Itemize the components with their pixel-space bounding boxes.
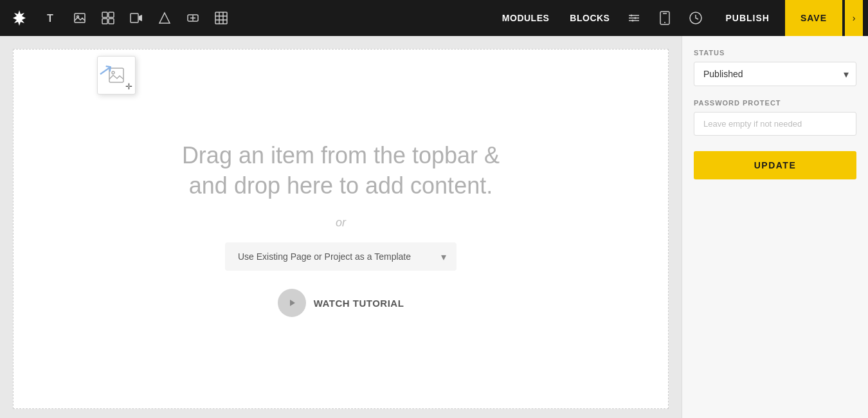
svg-rect-5: [102, 19, 107, 24]
shape-tool-btn[interactable]: [152, 5, 177, 31]
gallery-tool-btn[interactable]: [95, 5, 121, 31]
mobile-preview-btn[interactable]: [651, 4, 679, 32]
video-tool-btn[interactable]: [123, 5, 149, 31]
svg-point-22: [635, 17, 637, 19]
save-button[interactable]: SAVE: [785, 0, 842, 36]
modules-nav[interactable]: MODULES: [492, 0, 560, 36]
text-tool-btn[interactable]: T: [39, 5, 64, 31]
watch-tutorial-btn[interactable]: WATCH TUTORIAL: [278, 289, 404, 317]
svg-point-21: [631, 15, 633, 17]
or-divider: or: [336, 216, 346, 230]
template-select[interactable]: Use Existing Page or Project as a Templa…: [225, 242, 457, 271]
topbar-nav: MODULES BLOCKS: [492, 0, 620, 36]
svg-rect-1: [75, 14, 85, 23]
pattern-tool-btn[interactable]: [208, 5, 234, 31]
watch-tutorial-label: WATCH TUTORIAL: [314, 298, 404, 309]
svg-rect-4: [109, 12, 114, 17]
svg-point-23: [632, 20, 634, 22]
toolbar-icons: T: [39, 5, 487, 31]
svg-rect-3: [102, 12, 107, 17]
move-cursor-icon: ✛: [125, 82, 132, 91]
svg-rect-13: [215, 12, 227, 24]
svg-rect-6: [109, 19, 114, 24]
topbar-right: PUBLISH SAVE ›: [620, 0, 863, 36]
update-button[interactable]: UPDATE: [694, 151, 856, 179]
svg-marker-9: [159, 13, 170, 23]
button-tool-btn[interactable]: [180, 5, 206, 31]
status-select[interactable]: Published Draft Private: [694, 62, 856, 86]
expand-save-btn[interactable]: ›: [845, 0, 863, 36]
blocks-nav[interactable]: BLOCKS: [559, 0, 620, 36]
svg-point-25: [664, 22, 665, 23]
status-select-wrap: Published Draft Private: [694, 62, 856, 86]
right-panel: STATUS Published Draft Private PASSWORD …: [682, 36, 868, 418]
password-label: PASSWORD PROTECT: [694, 99, 856, 107]
topbar: T: [0, 0, 868, 36]
svg-rect-7: [131, 14, 138, 23]
svg-marker-8: [139, 15, 142, 21]
drag-card: ↗ ✛: [97, 56, 136, 95]
logo[interactable]: [5, 0, 33, 36]
publish-button[interactable]: PUBLISH: [712, 0, 782, 36]
password-input[interactable]: [694, 112, 856, 136]
canvas-drop-zone[interactable]: ↗ ✛ Drag an item from the topbar & and d…: [13, 49, 669, 409]
svg-marker-30: [290, 300, 295, 306]
svg-text:T: T: [47, 13, 53, 24]
drop-zone-text: Drag an item from the topbar & and drop …: [182, 141, 500, 201]
settings-btn[interactable]: [620, 4, 648, 32]
canvas-area: ↗ ✛ Drag an item from the topbar & and d…: [0, 36, 682, 418]
template-select-wrap: Use Existing Page or Project as a Templa…: [225, 242, 457, 271]
history-btn[interactable]: [682, 4, 710, 32]
main-area: ↗ ✛ Drag an item from the topbar & and d…: [0, 36, 868, 418]
status-label: STATUS: [694, 49, 856, 57]
play-icon: [278, 289, 306, 317]
image-tool-btn[interactable]: [67, 5, 93, 31]
